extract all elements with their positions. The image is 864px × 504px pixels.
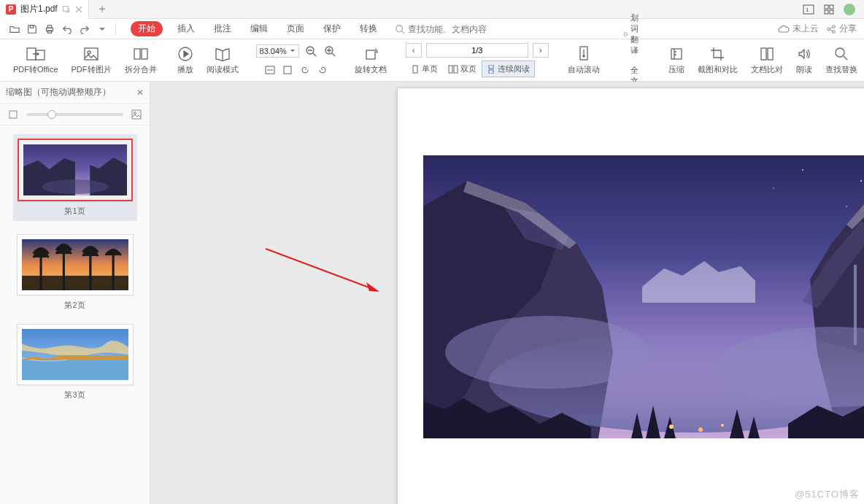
rotate-cw-icon[interactable] [315,63,330,77]
compress-button[interactable]: 压缩 [663,45,690,75]
sidebar-header: 缩略图（可拖动调整顺序） ✕ [0,82,150,104]
undo-icon[interactable] [60,22,74,36]
search-input[interactable] [408,24,510,34]
tab-popout-icon[interactable] [62,5,71,14]
prev-page-button[interactable]: ‹ [406,43,422,58]
thumbnail-page-3[interactable]: 第3页 [17,324,134,400]
screenshot-compare-button[interactable]: 截图和对比 [692,45,744,75]
window-layout-icon[interactable]: 1 [801,2,816,17]
doc-compare-button[interactable]: 文档比对 [745,45,789,75]
next-page-button[interactable]: › [533,43,549,58]
tab-close-icon[interactable] [75,6,82,13]
thumb-label: 第1页 [18,206,133,217]
thumb-size-small-icon[interactable] [6,107,20,122]
speaker-icon [797,45,811,63]
search-icon [395,24,405,34]
open-folder-icon[interactable] [7,22,22,36]
search-box[interactable] [395,24,510,34]
svg-rect-5 [825,10,828,14]
svg-point-15 [833,30,836,33]
view-mode-group: 单页 双页 连续阅读 [406,61,549,77]
svg-rect-41 [9,111,17,118]
image-icon [83,45,99,63]
pdf-app-icon: P [6,4,16,15]
sidebar-close-icon[interactable]: ✕ [136,88,144,98]
user-avatar-icon[interactable] [842,2,857,17]
share-icon [826,24,836,34]
thumb-image-1 [23,144,127,195]
thumb-label: 第2页 [17,300,134,311]
auto-scroll-icon [577,45,590,63]
redo-icon[interactable] [77,22,92,36]
zoom-in-icon[interactable] [323,44,337,58]
thumb-settings-icon[interactable] [129,107,144,122]
svg-point-13 [828,28,830,31]
word-translate-button[interactable]: 划词翻译 [619,9,649,59]
slider-knob[interactable] [47,110,56,119]
save-icon[interactable] [25,22,39,36]
play-button[interactable]: 播放 [171,45,199,75]
menu-edit[interactable]: 编辑 [246,21,272,36]
book-icon [215,45,231,63]
rotate-ccw-icon[interactable] [298,63,312,77]
zoom-controls: 83.04% [253,44,340,77]
find-replace-button[interactable]: 查找替换 [819,45,863,75]
document-tab[interactable]: P 图片1.pdf [0,0,89,19]
svg-point-67 [445,316,649,389]
menu-protect[interactable]: 保护 [319,21,345,36]
menu-insert[interactable]: 插入 [173,21,199,36]
thumb-size-slider[interactable] [26,113,123,116]
single-page-button[interactable]: 单页 [406,61,443,77]
svg-point-70 [669,424,674,429]
fit-page-icon[interactable] [280,63,295,77]
new-tab-button[interactable]: ＋ [96,1,108,17]
tab-filename: 图片1.pdf [20,3,58,15]
quickbar-dropdown-icon[interactable] [95,22,109,36]
svg-point-19 [88,51,90,54]
menu-page[interactable]: 页面 [282,21,309,36]
document-canvas[interactable]: @51CTO博客 [150,82,864,504]
zoom-select[interactable]: 83.04% [256,44,299,58]
thumb-image-3 [22,329,128,380]
compress-icon [669,45,684,63]
compare-icon [760,45,774,63]
rotate-doc-icon [363,45,379,63]
fit-width-icon[interactable] [263,63,277,77]
continuous-button[interactable]: 连续阅读 [482,61,535,77]
cloud-status[interactable]: 未上云 [778,23,819,35]
pdf-to-image-button[interactable]: PDF转图片 [66,45,117,75]
share-button[interactable]: 分享 [826,23,857,35]
svg-rect-8 [30,25,33,28]
pdf-to-office-button[interactable]: PDF转Office [7,45,64,75]
sidebar-tools [0,104,150,125]
auto-scroll-button[interactable]: 自动滚动 [562,45,606,75]
svg-rect-27 [366,50,375,59]
thumbnail-page-1[interactable]: 第1页 [13,134,137,221]
window-grid-icon[interactable] [822,2,836,17]
print-icon[interactable] [42,22,57,36]
rotate-doc-button[interactable]: 旋转文档 [349,45,393,75]
svg-rect-4 [830,5,833,9]
svg-rect-38 [768,48,773,60]
svg-rect-42 [132,110,141,119]
svg-point-58 [860,180,862,182]
double-page-button[interactable]: 双页 [443,61,482,77]
svg-point-14 [833,25,836,28]
page-number-input[interactable] [426,43,528,58]
svg-rect-20 [134,49,140,59]
svg-rect-30 [454,66,458,73]
svg-point-12 [396,25,403,31]
zoom-out-icon[interactable] [304,44,318,58]
read-aloud-button[interactable]: 朗读 [790,45,818,75]
page-navigator: ‹ › [406,43,549,58]
watermark: @51CTO博客 [795,488,860,501]
menu-convert[interactable]: 转换 [355,21,382,36]
menu-start[interactable]: 开始 [131,21,163,36]
thumbnail-page-2[interactable]: 第2页 [17,234,134,311]
svg-rect-28 [413,66,417,73]
read-mode-button[interactable]: 阅读模式 [201,45,244,75]
split-merge-button[interactable]: 拆分合并 [119,45,163,75]
menu-annotate[interactable]: 批注 [209,21,236,36]
svg-rect-29 [449,66,452,73]
svg-point-39 [836,48,844,57]
